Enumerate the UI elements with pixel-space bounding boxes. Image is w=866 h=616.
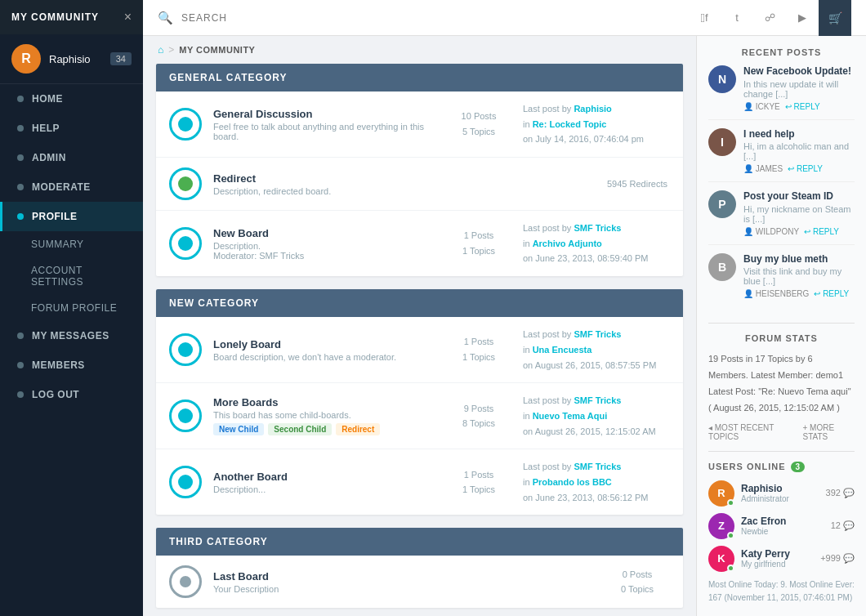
board-icon [169, 565, 202, 598]
last-post-topic[interactable]: Una Encuesta [533, 345, 592, 355]
last-post-date: on July 14, 2016, 07:46:04 pm [523, 134, 644, 144]
board-row: General DiscussionFeel free to talk abou… [156, 92, 683, 158]
recent-posts-title: RECENT POSTS [708, 47, 855, 57]
board-name[interactable]: Last Board [213, 570, 593, 583]
board-last-post: Last post by Raphisioin Re: Locked Topic… [523, 101, 670, 147]
board-info: Another BoardDescription... [213, 471, 435, 494]
board-name[interactable]: Redirect [213, 172, 593, 185]
cart-icon[interactable]: 🛒 [819, 0, 851, 36]
board-name[interactable]: Lonely Board [213, 338, 435, 350]
last-post-topic[interactable]: Re: Locked Topic [533, 119, 607, 129]
search-input[interactable] [181, 12, 328, 24]
board-row: Last BoardYour Description0 Posts0 Topic… [156, 556, 683, 608]
youtube-icon[interactable]: ▶ [786, 0, 819, 36]
last-post-topic[interactable]: Archivo Adjunto [533, 239, 602, 248]
board-name[interactable]: More Boards [213, 396, 435, 408]
most-recent-topics-link[interactable]: ◂ MOST RECENT TOPICS [708, 423, 795, 441]
last-post-user[interactable]: Raphisio [574, 104, 611, 114]
sidebar-item-help[interactable]: HELP [0, 114, 143, 143]
sidebar-user-section: R Raphisio 34 [0, 34, 143, 84]
recent-post-user[interactable]: 👤 ICKYE [743, 102, 780, 111]
breadcrumb-current: MY COMMUNITY [179, 45, 255, 55]
sidebar-close-button[interactable]: × [124, 10, 132, 25]
last-post-user[interactable]: SMF Tricks [574, 395, 621, 405]
last-post-user[interactable]: SMF Tricks [574, 329, 621, 339]
last-post-topic[interactable]: Nuevo Tema Aqui [533, 411, 608, 421]
recent-post-content: I need help Hi, im a alcoholic man and [… [743, 128, 855, 174]
nav-item-label: MODERATE [32, 181, 91, 193]
nav-item-label: PROFILE [32, 211, 78, 222]
facebook-icon[interactable]:  f [688, 0, 721, 36]
recent-post-user[interactable]: 👤 JAMES [743, 164, 783, 173]
breadcrumb-separator: > [168, 44, 174, 56]
recent-post-reply-button[interactable]: ↩ REPLY [785, 102, 820, 111]
board-info: General DiscussionFeel free to talk abou… [213, 108, 435, 141]
sidebar-sub-summary[interactable]: SUMMARY [0, 231, 143, 257]
recent-post-reply-button[interactable]: ↩ REPLY [788, 164, 823, 173]
sidebar-sub-forum-profile[interactable]: FORUM PROFILE [0, 295, 143, 321]
sidebar-item-admin[interactable]: ADMIN [0, 143, 143, 172]
sidebar-item-log-out[interactable]: LOG OUT [0, 380, 143, 409]
sidebar-item-moderate[interactable]: MODERATE [0, 172, 143, 202]
online-user-name[interactable]: Raphisio [741, 483, 819, 494]
recent-post-reply-button[interactable]: ↩ REPLY [814, 289, 849, 298]
recent-post-title[interactable]: New Facebook Update! [743, 65, 855, 78]
nav-dot [17, 96, 24, 102]
users-online-title: USERS ONLINE [708, 462, 786, 471]
last-post-topic[interactable]: Probando los BBC [533, 477, 612, 487]
user-badge: 34 [110, 52, 132, 65]
recent-post-reply-button[interactable]: ↩ REPLY [804, 227, 839, 236]
board-row: New BoardDescription.Moderator: SMF Tric… [156, 211, 683, 276]
board-description: Description, redirected board. [213, 186, 593, 196]
board-last-post: Last post by SMF Tricksin Probando los B… [523, 459, 670, 505]
recent-post-title[interactable]: Buy my blue meth [743, 253, 855, 266]
board-name[interactable]: Another Board [213, 471, 435, 483]
board-row: RedirectDescription, redirected board.59… [156, 158, 683, 211]
board-tag[interactable]: Redirect [336, 423, 380, 435]
recent-post-user[interactable]: 👤 WILDPONY [743, 227, 799, 236]
recent-post-avatar: B [708, 253, 736, 281]
sidebar-item-members[interactable]: MEMBERS [0, 350, 143, 380]
last-post-date: on June 23, 2013, 08:56:12 PM [523, 493, 649, 502]
more-stats-link[interactable]: + MORE STATS [803, 423, 855, 441]
recent-post-avatar: I [708, 128, 736, 156]
home-icon[interactable]: ⌂ [158, 44, 163, 56]
online-user-item: K Katy Perry My girlfriend +999 💬 [708, 546, 855, 572]
sidebar-item-my-messages[interactable]: MY MESSAGES [0, 321, 143, 350]
online-user-name[interactable]: Zac Efron [741, 516, 824, 527]
board-tag[interactable]: New Child [213, 423, 264, 435]
recent-post-content: Buy my blue meth Visit this link and buy… [743, 253, 855, 299]
nav-dot [17, 391, 24, 398]
board-tag[interactable]: Second Child [268, 423, 332, 435]
sidebar-sub-account-settings[interactable]: ACCOUNT SETTINGS [0, 257, 143, 295]
recent-post-user[interactable]: 👤 HEISENBERG [743, 289, 809, 298]
board-icon [169, 108, 202, 141]
category-block: NEW CATEGORYLonely BoardBoard descriptio… [156, 289, 683, 515]
twitter-icon[interactable]: t [721, 0, 753, 36]
breadcrumb: ⌂ > MY COMMUNITY [143, 36, 696, 64]
rss-icon[interactable]: ☍ [753, 0, 786, 36]
board-description: This board has some child-boards. [213, 410, 435, 420]
avatar[interactable]: R [11, 44, 41, 74]
sidebar-item-profile[interactable]: PROFILE [0, 202, 143, 231]
online-footer: Most Online Today: 9. Most Online Ever: … [708, 578, 855, 605]
recent-post-actions: 👤 HEISENBERG ↩ REPLY [743, 289, 855, 298]
last-post-date: on June 23, 2013, 08:59:40 PM [523, 253, 649, 263]
last-post-user[interactable]: SMF Tricks [574, 462, 621, 471]
sidebar-item-home[interactable]: HOME [0, 84, 143, 114]
recent-post-title[interactable]: I need help [743, 128, 855, 141]
board-icon [169, 333, 202, 366]
forum-area: ⌂ > MY COMMUNITY GENERAL CATEGORYGeneral… [143, 36, 696, 616]
board-name[interactable]: General Discussion [213, 108, 435, 120]
online-user-name[interactable]: Katy Perry [741, 548, 814, 560]
recent-post-title[interactable]: Post your Steam ID [743, 190, 855, 203]
online-user-role: My girlfriend [741, 560, 814, 569]
last-post-date: on August 26, 2015, 12:15:02 AM [523, 426, 656, 436]
forum-stats-text: 19 Posts in 17 Topics by 6 Members. Late… [708, 351, 855, 416]
online-user-count: +999 💬 [820, 553, 855, 564]
board-name[interactable]: New Board [213, 227, 435, 239]
board-icon [169, 400, 202, 432]
board-stats: 1 Posts1 Topics [446, 228, 511, 258]
right-panel: RECENT POSTS N New Facebook Update! In t… [696, 36, 866, 616]
last-post-user[interactable]: SMF Tricks [574, 223, 621, 233]
